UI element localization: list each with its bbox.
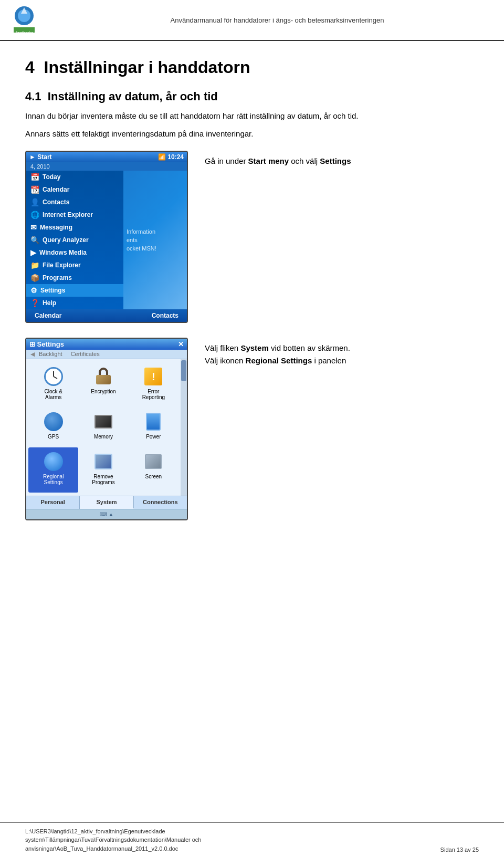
remove-icon-box xyxy=(93,452,113,472)
bottom-calendar-btn[interactable]: Calendar xyxy=(35,312,61,319)
settings-encryption-item[interactable]: Encryption xyxy=(78,362,128,407)
gps-icon-box xyxy=(44,412,64,432)
menu-ie[interactable]: 🌐 Internet Explorer xyxy=(26,208,123,221)
wm-titlebar: ► Start 📶 10:24 xyxy=(26,152,187,162)
settings-remove-item[interactable]: RemovePrograms xyxy=(78,447,128,493)
calendar-icon: 📆 xyxy=(30,185,39,194)
help-icon: ❓ xyxy=(30,299,39,307)
screen-icon-box xyxy=(143,452,163,472)
menu-today[interactable]: 📅 Today xyxy=(26,171,123,183)
wm-right-panel: Information ents ocket MSN! xyxy=(123,171,187,309)
settings-memory-item[interactable]: Memory xyxy=(78,407,128,447)
explorer-icon: 📁 xyxy=(30,261,39,269)
ie-icon: 🌐 xyxy=(30,211,39,219)
settings-power-item[interactable]: Power xyxy=(129,407,178,447)
tab-connections[interactable]: Connections xyxy=(134,496,187,509)
logo-area: Jordbruks xyxy=(8,4,50,36)
caption1-start: Start meny xyxy=(248,156,289,165)
query-icon: 🔍 xyxy=(30,236,39,244)
menu-messaging[interactable]: ✉ Messaging xyxy=(26,221,123,234)
scrollbar[interactable] xyxy=(181,359,187,496)
menu-windows-media[interactable]: ▶ Windows Media xyxy=(26,246,123,259)
gps-icon xyxy=(44,412,63,431)
section-title: 4.1 Inställning av datum, år och tid xyxy=(25,90,479,103)
today-icon: 📅 xyxy=(30,173,39,181)
settings-gps-item[interactable]: GPS xyxy=(28,407,78,447)
memory-label: Memory xyxy=(94,434,113,440)
menu-query[interactable]: 🔍 Query Analyzer xyxy=(26,234,123,246)
keyboard-icon[interactable]: ⌨ ▲ xyxy=(100,511,114,517)
settings-breadcrumb: ◀ Backlight Certificates xyxy=(26,350,187,359)
wm-menu: 📅 Today 📆 Calendar 👤 Contacts 🌐 Internet… xyxy=(26,171,123,309)
clock-label: Clock &Alarms xyxy=(44,389,62,400)
footer-path-line2: system\Tillämpningar\Tuva\Förvaltningsdo… xyxy=(25,835,201,844)
power-icon xyxy=(146,413,161,431)
figure-row-2: ⊞ Settings ✕ ◀ Backlight Certificates xyxy=(25,338,479,520)
caption1-pre: Gå in under xyxy=(205,156,248,165)
remove-icon xyxy=(94,454,112,469)
regional-label: RegionalSettings xyxy=(43,474,64,485)
section-para2: Annars sätts ett felaktigt inventeringsd… xyxy=(25,128,479,140)
settings-titlebar: ⊞ Settings ✕ xyxy=(26,339,187,350)
start-menu-screenshot: ► Start 📶 10:24 4, 2010 📅 Today 📆 Calend xyxy=(25,151,188,323)
wm-start-label: ► Start xyxy=(29,153,52,161)
page-header: Jordbruks Användarmanual för handdatorer… xyxy=(0,0,504,41)
footer-content: L:\USER3\langtid\12_aktiv_forvaltning\Eg… xyxy=(25,827,479,853)
footer-page: Sidan 13 av 25 xyxy=(440,846,479,853)
logo-icon: Jordbruks xyxy=(8,4,40,36)
figure-caption-1: Gå in under Start meny och välj Settings xyxy=(205,151,479,168)
menu-contacts[interactable]: 👤 Contacts xyxy=(26,196,123,208)
menu-settings[interactable]: ⚙ Settings xyxy=(26,284,123,297)
menu-help[interactable]: ❓ Help xyxy=(26,297,123,309)
gps-label: GPS xyxy=(48,434,59,440)
power-icon-box xyxy=(143,412,163,432)
settings-tabs: Personal System Connections xyxy=(26,496,187,509)
menu-calendar[interactable]: 📆 Calendar xyxy=(26,183,123,196)
caption1-post: och välj xyxy=(289,156,320,165)
lock-icon xyxy=(95,368,112,385)
caption2-system: System xyxy=(240,343,268,352)
contacts-icon: 👤 xyxy=(30,198,39,206)
section-para1: Innan du börjar inventera måste du se ti… xyxy=(25,110,479,122)
lock-body xyxy=(96,375,111,384)
settings-grid-wrap: Clock &Alarms Encryption xyxy=(26,359,181,496)
chapter-title: 4 Inställningar i handdatorn xyxy=(25,58,479,77)
header-subtitle: Användarmanual för handdatorer i ängs- o… xyxy=(59,16,496,24)
tab-system[interactable]: System xyxy=(80,496,133,509)
encryption-label: Encryption xyxy=(91,389,116,394)
power-label: Power xyxy=(146,434,161,440)
settings-grid: Clock &Alarms Encryption xyxy=(26,359,181,496)
error-icon: ! xyxy=(144,368,162,385)
caption3-regional: Regional Settings xyxy=(246,356,312,365)
keyboard-bar: ⌨ ▲ xyxy=(26,509,187,519)
figure-caption-2: Välj fliken System vid botten av skärmen… xyxy=(205,338,479,367)
wm-menu-area: 📅 Today 📆 Calendar 👤 Contacts 🌐 Internet… xyxy=(26,171,187,309)
main-content: 4 Inställningar i handdatorn 4.1 Inställ… xyxy=(0,41,504,548)
footer-path-line3: anvisningar\AoB_Tuva_Handdatormanual_201… xyxy=(25,844,201,853)
media-icon: ▶ xyxy=(30,248,36,257)
caption2-pre: Välj fliken xyxy=(205,343,240,352)
settings-close-icon[interactable]: ✕ xyxy=(178,340,184,348)
caption1-settings: Settings xyxy=(320,156,351,165)
regional-icon-box xyxy=(44,452,64,472)
wm-bottom-bar: Calendar Contacts xyxy=(26,309,187,322)
bottom-contacts-btn[interactable]: Contacts xyxy=(152,312,178,319)
settings-regional-item[interactable]: RegionalSettings xyxy=(28,447,78,493)
tab-personal[interactable]: Personal xyxy=(26,496,80,509)
menu-file-explorer[interactable]: 📁 File Explorer xyxy=(26,259,123,271)
settings-error-item[interactable]: ! ErrorReporting xyxy=(129,362,178,407)
settings-content-wrap: Clock &Alarms Encryption xyxy=(26,359,187,496)
settings-clock-item[interactable]: Clock &Alarms xyxy=(28,362,78,407)
wm-time: 📶 10:24 xyxy=(158,153,184,161)
error-icon-box: ! xyxy=(143,367,163,386)
figure-row-1: ► Start 📶 10:24 4, 2010 📅 Today 📆 Calend xyxy=(25,151,479,323)
settings-title-label: ⊞ Settings xyxy=(29,340,64,348)
screen-label: Screen xyxy=(145,474,162,479)
scrollbar-thumb[interactable] xyxy=(181,360,186,381)
clock-icon-box xyxy=(44,367,64,386)
menu-programs[interactable]: 📦 Programs xyxy=(26,271,123,284)
error-label: ErrorReporting xyxy=(142,389,165,400)
settings-screenshot: ⊞ Settings ✕ ◀ Backlight Certificates xyxy=(25,338,188,520)
settings-screen-item[interactable]: Screen xyxy=(129,447,178,493)
encryption-icon-box xyxy=(93,367,113,386)
